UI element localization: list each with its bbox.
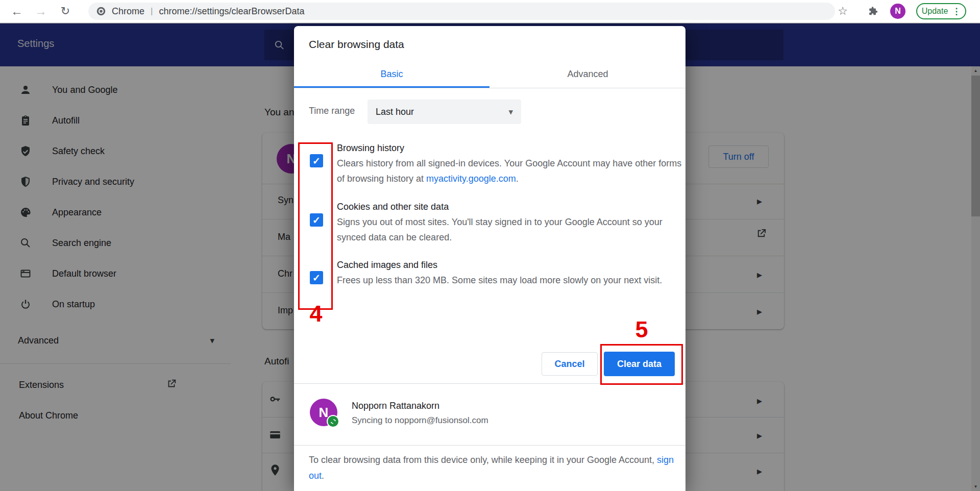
clear-data-button[interactable]: Clear data: [604, 352, 675, 376]
checkbox-cached-images[interactable]: ✓: [310, 271, 323, 284]
item-cached-images: Cached images and files Frees up less th…: [337, 258, 689, 288]
address-separator: |: [151, 6, 153, 16]
cancel-button[interactable]: Cancel: [542, 352, 598, 376]
update-button[interactable]: Update ⋮: [916, 3, 966, 19]
dropdown-caret-icon: ▾: [508, 107, 513, 117]
clear-browsing-data-dialog: Clear browsing data Basic Advanced Time …: [294, 26, 685, 491]
reload-icon[interactable]: ↻: [57, 0, 74, 22]
update-label: Update: [922, 7, 948, 16]
item-browsing-history: Browsing history Clears history from all…: [337, 141, 689, 186]
tab-basic[interactable]: Basic: [294, 60, 489, 88]
footer-note: To clear browsing data from this device …: [309, 452, 681, 484]
bookmark-star-icon[interactable]: ☆: [834, 0, 851, 22]
forward-icon[interactable]: →: [32, 0, 50, 22]
address-prefix: Chrome: [112, 6, 144, 17]
myactivity-link[interactable]: myactivity.google.com: [426, 174, 516, 184]
address-bar[interactable]: Chrome | chrome://settings/clearBrowserD…: [88, 3, 835, 20]
extensions-puzzle-icon[interactable]: [864, 0, 881, 22]
profile-avatar[interactable]: N: [890, 4, 905, 19]
chrome-logo-icon: [95, 6, 107, 17]
tabs-divider: [294, 88, 685, 88]
time-range-select[interactable]: Last hour ▾: [368, 100, 521, 124]
sync-account-status: Syncing to nopporn@fusionsol.com: [352, 415, 488, 426]
sync-account-name: Nopporn Rattanakorn: [352, 401, 439, 411]
screen: ← → ↻ Chrome | chrome://settings/clearBr…: [0, 0, 980, 491]
footer-divider: [294, 383, 685, 384]
browser-menu-dots-icon[interactable]: ⋮: [952, 6, 961, 17]
browser-toolbar: ← → ↻ Chrome | chrome://settings/clearBr…: [0, 0, 980, 23]
address-url: chrome://settings/clearBrowserData: [159, 6, 304, 17]
time-range-value: Last hour: [376, 107, 414, 117]
tab-advanced[interactable]: Advanced: [490, 60, 685, 88]
dialog-title: Clear browsing data: [309, 38, 404, 51]
back-icon[interactable]: ←: [8, 0, 26, 22]
checkbox-browsing-history[interactable]: ✓: [310, 154, 323, 167]
sync-badge-icon: [327, 415, 339, 428]
time-range-label: Time range: [309, 106, 355, 116]
item-cookies: Cookies and other site data Signs you ou…: [337, 200, 689, 245]
checkbox-cookies[interactable]: ✓: [310, 213, 323, 227]
footer-divider: [294, 445, 685, 446]
